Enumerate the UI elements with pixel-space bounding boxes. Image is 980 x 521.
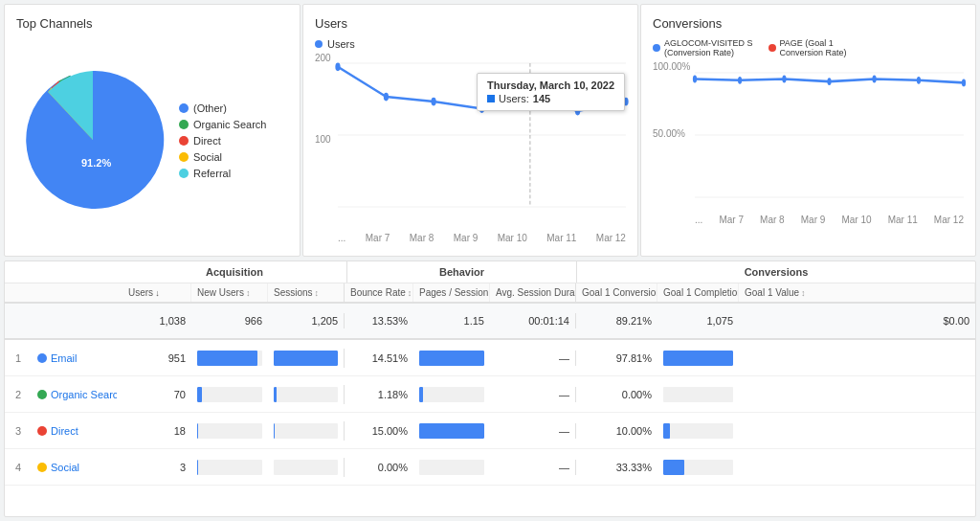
row-bounce: 1.18% — [345, 387, 413, 402]
newusers-bar-fill — [197, 423, 198, 439]
total-avg: 00:01:14 — [490, 313, 576, 328]
acquisition-header: Acquisition — [122, 261, 347, 283]
row-newusers-bar — [191, 458, 268, 477]
total-row: 1,038 966 1,205 13.53% 1.15 00:01:14 89.… — [5, 304, 975, 340]
x-label-dots: ... — [338, 233, 345, 243]
users-title: Users — [315, 16, 626, 31]
row-g1comp-bar — [657, 385, 739, 404]
col-bounce-h[interactable]: Bounce Rate ↕ — [345, 283, 413, 302]
col-newusers-h[interactable]: New Users ↕ — [191, 283, 268, 302]
table-row: 3 Direct 18 15.00% — 10.00% — [5, 413, 975, 449]
svg-point-18 — [872, 76, 876, 83]
svg-point-19 — [917, 77, 921, 84]
table-rows: 1 Email 951 14.51% — 97.81% — [5, 340, 975, 486]
conv-legend-2: PAGE (Goal 1Conversion Rate) — [768, 38, 847, 57]
svg-point-4 — [384, 93, 389, 102]
sort-icon-newusers: ↕ — [246, 288, 251, 298]
svg-point-15 — [738, 77, 742, 84]
row-users: 70 — [122, 387, 191, 402]
newusers-bar-fill — [197, 387, 202, 402]
col-g1val-h[interactable]: Goal 1 Value ↕ — [739, 283, 975, 302]
row-g1rate: 10.00% — [576, 423, 657, 439]
col-g1rate-h[interactable]: Goal 1 Conversion Rate ↕ — [576, 283, 657, 302]
pages-bar-fill — [419, 423, 484, 439]
pages-bar-wrap — [419, 387, 484, 402]
row-bounce: 14.51% — [345, 351, 413, 366]
row-num: 1 — [5, 351, 32, 366]
col-g1comp-h[interactable]: Goal 1 Completion ↕ — [657, 283, 739, 302]
conv-y-100: 100.00% — [653, 61, 690, 72]
total-newusers: 966 — [191, 313, 268, 328]
row-bounce: 15.00% — [345, 423, 413, 439]
conv-label-2: PAGE (Goal 1Conversion Rate) — [780, 38, 847, 57]
col-sessions-h[interactable]: Sessions ↕ — [268, 283, 345, 302]
channel-link[interactable]: Organic Search — [51, 389, 117, 400]
row-pages-bar — [413, 421, 490, 441]
sessions-bar-fill — [274, 387, 277, 402]
legend-label-social: Social — [193, 151, 222, 163]
row-g1val — [739, 429, 975, 433]
newusers-bar-wrap — [197, 387, 262, 402]
legend-label-other: (Other) — [193, 102, 227, 114]
total-num — [5, 319, 32, 323]
channel-link[interactable]: Social — [51, 462, 79, 473]
channel-color-dot — [37, 353, 47, 363]
legend-dot-referral — [179, 169, 189, 178]
total-sessions: 1,205 — [268, 313, 345, 328]
conv-chart-area: 100.00% 50.00% ... — [653, 61, 964, 210]
row-users: 3 — [122, 460, 191, 475]
newusers-bar-wrap — [197, 423, 262, 439]
row-sessions-bar — [268, 458, 345, 477]
sort-icon-g1val: ↕ — [801, 288, 806, 298]
g1comp-bar-wrap — [663, 351, 733, 366]
row-sessions-bar — [268, 421, 345, 441]
conversions-title: Conversions — [653, 16, 964, 31]
svg-point-14 — [693, 76, 697, 83]
sessions-bar-wrap — [274, 387, 338, 402]
row-avg: — — [490, 351, 576, 366]
row-avg: — — [490, 460, 576, 475]
row-avg: — — [490, 423, 576, 439]
conv-dot-1 — [653, 44, 660, 52]
svg-point-16 — [782, 76, 786, 83]
row-avg: — — [490, 387, 576, 402]
row-newusers-bar — [191, 385, 268, 404]
col-users-h[interactable]: Users ↓ — [122, 283, 191, 302]
tooltip-icon — [487, 95, 495, 102]
row-channel: Email — [32, 351, 122, 366]
row-bounce: 0.00% — [345, 460, 413, 475]
y-label-200: 200 — [315, 54, 331, 63]
x-label-mar11: Mar 11 — [546, 233, 576, 243]
col-avg-h[interactable]: Avg. Session Duration ↕ — [490, 283, 576, 302]
conv-legend-1: AGLOCOM-VISITED S(Conversion Rate) — [653, 38, 753, 57]
section-headers: Acquisition Behavior Conversions — [5, 261, 975, 283]
channel-link[interactable]: Direct — [51, 425, 78, 437]
row-channel: Organic Search — [32, 387, 122, 402]
col-pages-h[interactable]: Pages / Session ↕ — [413, 283, 490, 302]
tooltip-label: Users: — [499, 93, 529, 104]
top-channels-title: Top Channels — [16, 16, 288, 31]
tooltip-number: 145 — [533, 93, 550, 104]
conversions-bottom-header: Conversions — [577, 261, 975, 283]
channel-color-dot — [37, 426, 47, 436]
users-legend: Users — [315, 38, 626, 50]
conv-chart-svg — [695, 73, 964, 197]
pie-container: 91.2% (Other) Organic Search Direct — [16, 38, 288, 243]
col-headers: Users ↓ New Users ↕ Sessions ↕ Bounce Ra… — [5, 283, 975, 304]
pages-bar-fill — [419, 387, 423, 402]
legend-other: (Other) — [179, 102, 266, 114]
total-pages: 1.15 — [413, 313, 490, 328]
top-row: Top Channels 91.2% — [0, 0, 980, 259]
channel-link[interactable]: Email — [51, 352, 78, 364]
x-label-mar9: Mar 9 — [454, 233, 479, 243]
channel-spacer — [32, 261, 122, 283]
top-channels-panel: Top Channels 91.2% — [4, 4, 301, 257]
newusers-bar-wrap — [197, 351, 262, 366]
row-newusers-bar — [191, 349, 268, 368]
pages-bar-wrap — [419, 460, 484, 475]
sort-icon-sessions: ↕ — [315, 288, 320, 298]
g1comp-bar-wrap — [663, 387, 733, 402]
users-x-labels: ... Mar 7 Mar 8 Mar 9 Mar 10 Mar 11 Mar … — [338, 233, 626, 243]
g1comp-bar-fill — [663, 423, 670, 439]
users-legend-dot — [315, 40, 323, 48]
